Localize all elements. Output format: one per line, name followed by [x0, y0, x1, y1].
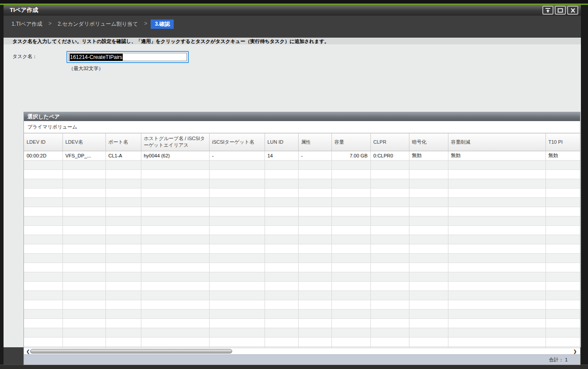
empty-table-cell: [209, 281, 265, 290]
column-header[interactable]: LDEV ID: [24, 133, 62, 151]
empty-table-cell: [209, 300, 265, 309]
empty-table-cell: [409, 263, 448, 272]
empty-table-cell: [62, 225, 105, 235]
column-header[interactable]: LDEV名: [62, 133, 105, 151]
empty-table-row: [24, 337, 580, 346]
empty-table-cell: [448, 300, 545, 309]
breadcrumb-step-1[interactable]: 1.TIペア作成: [9, 20, 45, 29]
table-row[interactable]: 00:00:2DVFS_DP_...CL1-Ahy0044 (62)-14-7.…: [24, 151, 580, 160]
empty-table-cell: [545, 197, 580, 207]
table-cell: 14: [265, 151, 298, 160]
column-header[interactable]: LUN ID: [265, 133, 298, 151]
column-header[interactable]: iSCSIターゲット名: [209, 133, 265, 151]
empty-table-cell: [141, 160, 209, 169]
column-header[interactable]: 暗号化: [409, 133, 448, 151]
empty-table-cell: [370, 290, 409, 300]
empty-table-cell: [24, 281, 62, 290]
empty-table-cell: [141, 309, 209, 318]
empty-table-row: [24, 253, 580, 263]
breadcrumb-separator: >: [45, 20, 55, 27]
table-cell: -: [298, 151, 331, 160]
empty-table-cell: [409, 169, 448, 179]
empty-table-cell: [265, 337, 298, 346]
close-icon[interactable]: [567, 6, 578, 15]
empty-table-cell: [105, 337, 141, 346]
empty-table-cell: [409, 160, 448, 169]
dialog-body: タスク名： 161214-CreateTIPairs （最大32文字） 選択した…: [4, 44, 581, 347]
scrollbar-thumb[interactable]: [30, 349, 232, 353]
dialog-titlebar: TIペア作成: [4, 5, 581, 16]
empty-table-cell: [331, 216, 370, 225]
column-header[interactable]: 属性: [298, 133, 331, 151]
column-header[interactable]: ホストグループ名 / iSCSIターゲットエイリアス: [141, 133, 209, 151]
empty-table-cell: [209, 253, 265, 263]
empty-table-cell: [105, 216, 141, 225]
empty-table-cell: [105, 309, 141, 318]
empty-table-row: [24, 309, 580, 318]
empty-table-cell: [105, 290, 141, 300]
breadcrumb-step-2[interactable]: 2.セカンダリボリューム割り当て: [55, 20, 140, 29]
empty-table-cell: [105, 225, 141, 235]
task-name-selected-text: 161214-CreateTIPairs: [70, 54, 123, 61]
empty-table-cell: [24, 300, 62, 309]
empty-table-cell: [62, 300, 105, 309]
empty-table-cell: [105, 235, 141, 244]
empty-table-cell: [448, 328, 545, 337]
empty-table-cell: [265, 328, 298, 337]
empty-table-cell: [331, 281, 370, 290]
collapse-icon[interactable]: [542, 6, 553, 15]
empty-table-cell: [105, 169, 141, 179]
table-cell: 7.00 GB: [331, 151, 370, 160]
empty-table-cell: [141, 207, 209, 216]
empty-table-cell: [331, 328, 370, 337]
empty-table-cell: [24, 244, 62, 253]
column-header[interactable]: 容量削減: [448, 133, 545, 151]
empty-table-cell: [105, 281, 141, 290]
column-header[interactable]: 容量: [331, 133, 370, 151]
column-header[interactable]: T10 PI: [545, 133, 580, 151]
empty-table-cell: [448, 272, 545, 281]
empty-table-cell: [24, 318, 62, 328]
empty-table-cell: [448, 216, 545, 225]
column-header[interactable]: ポート名: [105, 133, 141, 151]
instruction-text: タスク名を入力してください。リストの設定を確認し、「適用」をクリックするとタスク…: [4, 38, 581, 44]
empty-table-cell: [298, 235, 331, 244]
task-name-input[interactable]: 161214-CreateTIPairs: [66, 51, 189, 63]
empty-table-cell: [298, 197, 331, 207]
empty-table-cell: [331, 263, 370, 272]
horizontal-scrollbar[interactable]: ❮ ❯: [24, 348, 580, 354]
empty-table-cell: [62, 281, 105, 290]
empty-table-cell: [448, 281, 545, 290]
empty-table-cell: [209, 337, 265, 346]
empty-table-cell: [331, 225, 370, 235]
empty-table-row: [24, 179, 580, 188]
empty-table-cell: [298, 179, 331, 188]
empty-table-cell: [370, 309, 409, 318]
maximize-icon[interactable]: [555, 6, 566, 15]
empty-table-cell: [370, 328, 409, 337]
column-header[interactable]: CLPR: [370, 133, 409, 151]
empty-table-cell: [62, 272, 105, 281]
empty-table-cell: [265, 179, 298, 188]
empty-table-cell: [62, 253, 105, 263]
empty-table-cell: [370, 207, 409, 216]
empty-table-cell: [370, 318, 409, 328]
empty-table-cell: [141, 216, 209, 225]
empty-table-cell: [370, 281, 409, 290]
empty-table-row: [24, 216, 580, 225]
empty-table-row: [24, 318, 580, 328]
empty-table-cell: [545, 207, 580, 216]
empty-table-cell: [545, 235, 580, 244]
empty-table-cell: [409, 328, 448, 337]
empty-table-row: [24, 272, 580, 281]
empty-table-cell: [105, 318, 141, 328]
empty-table-cell: [409, 244, 448, 253]
empty-table-cell: [448, 225, 545, 235]
empty-table-cell: [545, 160, 580, 169]
scroll-right-icon[interactable]: ❯: [573, 348, 577, 355]
empty-table-cell: [24, 309, 62, 318]
table-cell: hy0044 (62): [141, 151, 209, 160]
empty-table-cell: [331, 309, 370, 318]
scroll-left-icon[interactable]: ❮: [26, 348, 30, 355]
empty-table-cell: [141, 169, 209, 179]
